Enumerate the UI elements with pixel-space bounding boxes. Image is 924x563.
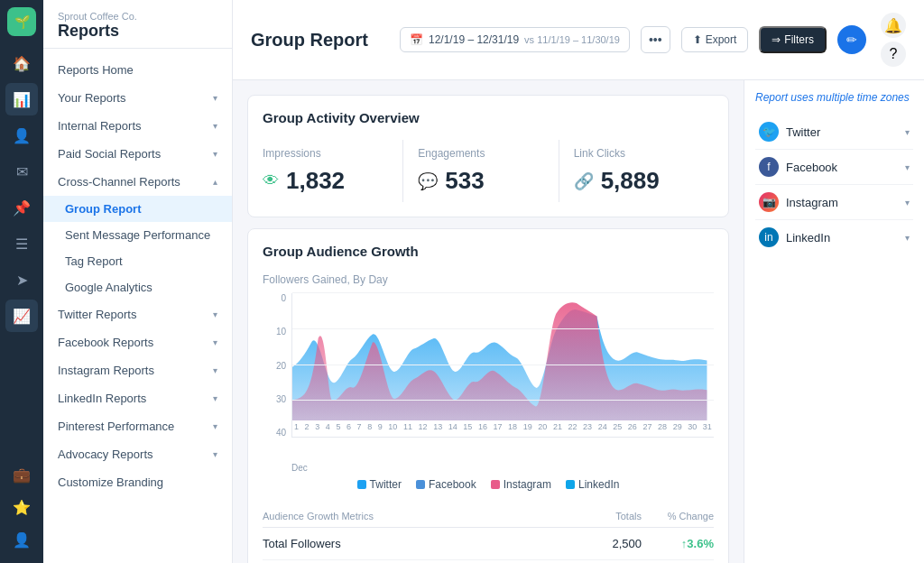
engagements-value: 533: [445, 167, 484, 195]
reports-icon[interactable]: 📊: [5, 83, 38, 115]
suitcase-icon[interactable]: 💼: [5, 458, 38, 491]
y-axis: 40 30 20 10 0: [263, 293, 290, 438]
page-title: Group Report: [251, 30, 389, 51]
sidebar-item-linkedin-reports[interactable]: LinkedIn Reports ▾: [43, 384, 232, 412]
vs-label: vs 11/1/19 – 11/30/19: [524, 34, 620, 45]
sidebar-item-facebook-reports[interactable]: Facebook Reports ▾: [43, 328, 232, 356]
chevron-down-icon: ▾: [905, 162, 910, 172]
sidebar: Sprout Coffee Co. Reports Reports Home Y…: [43, 0, 233, 563]
sidebar-item-your-reports[interactable]: Your Reports ▾: [43, 84, 232, 112]
notifications-button[interactable]: 🔔: [881, 13, 906, 38]
content-area: Group Activity Overview Impressions 👁 1,…: [233, 80, 924, 563]
chevron-icon: ▾: [213, 421, 217, 431]
sidebar-item-pinterest-performance[interactable]: Pinterest Performance ▾: [43, 412, 232, 440]
chart-legend: Twitter Facebook Instagram LinkedIn: [263, 478, 714, 491]
instagram-icon: 📷: [759, 192, 779, 212]
legend-twitter: Twitter: [357, 478, 402, 491]
impressions-value: 1,832: [286, 167, 345, 195]
tasks-icon[interactable]: ☰: [5, 227, 38, 260]
main-content: Group Report 📅 12/1/19 – 12/31/19 vs 11/…: [233, 0, 924, 563]
main-header: Group Report 📅 12/1/19 – 12/31/19 vs 11/…: [233, 0, 924, 80]
channel-twitter[interactable]: 🐦 Twitter ▾: [755, 115, 913, 150]
home-icon[interactable]: 🏠: [5, 47, 38, 79]
link-clicks-value: 5,889: [601, 167, 660, 195]
sidebar-item-internal-reports[interactable]: Internal Reports ▾: [43, 112, 232, 140]
stats-row: Impressions 👁 1,832 Engagements 💬 533: [263, 140, 714, 202]
sidebar-item-instagram-reports[interactable]: Instagram Reports ▾: [43, 356, 232, 384]
publish-icon[interactable]: 📌: [5, 191, 38, 224]
legend-instagram: Instagram: [491, 478, 551, 491]
chevron-icon: ▾: [213, 365, 217, 375]
link-clicks-icon: 🔗: [574, 171, 594, 191]
audience-title: Group Audience Growth: [263, 244, 714, 259]
twitter-icon: 🐦: [759, 122, 779, 142]
send-icon[interactable]: ➤: [5, 263, 38, 296]
sidebar-item-tag-report[interactable]: Tag Report: [43, 248, 232, 274]
date-range-label: 12/1/19 – 12/31/19: [429, 33, 519, 46]
date-range-button[interactable]: 📅 12/1/19 – 12/31/19 vs 11/1/19 – 11/30/…: [400, 27, 630, 52]
sidebar-item-advocacy-reports[interactable]: Advocacy Reports ▾: [43, 440, 232, 468]
sidebar-title: Reports: [58, 22, 217, 41]
sidebar-item-google-analytics[interactable]: Google Analytics: [43, 274, 232, 300]
linkedin-icon: in: [759, 227, 779, 247]
export-icon: ⬆: [693, 33, 702, 46]
chart-container: 40 30 20 10 0: [263, 293, 714, 456]
more-options-button[interactable]: •••: [641, 26, 670, 53]
stat-engagements: Engagements 💬 533: [403, 140, 559, 202]
chevron-down-icon: ▾: [905, 127, 910, 137]
sidebar-header: Sprout Coffee Co. Reports: [43, 0, 232, 49]
export-button[interactable]: ⬆ Export: [681, 27, 749, 52]
user-avatar[interactable]: 👤: [5, 523, 38, 556]
timezone-link[interactable]: multiple: [817, 91, 854, 104]
star-icon[interactable]: ⭐: [5, 491, 38, 523]
chevron-icon: ▾: [213, 121, 217, 131]
user-menu-button[interactable]: ✏: [837, 25, 866, 54]
analytics-icon[interactable]: 📈: [5, 300, 38, 332]
channel-instagram[interactable]: 📷 Instagram ▾: [755, 185, 913, 220]
app-logo: 🌱: [7, 7, 36, 36]
chevron-up-icon: ▴: [213, 177, 217, 187]
metrics-header: Audience Growth Metrics Totals % Change: [263, 505, 714, 528]
help-button[interactable]: ?: [881, 42, 906, 67]
channel-facebook[interactable]: f Facebook ▾: [755, 150, 913, 185]
chart-subtitle: Followers Gained, By Day: [263, 273, 714, 286]
engagements-icon: 💬: [418, 171, 438, 191]
activity-overview-card: Group Activity Overview Impressions 👁 1,…: [247, 95, 729, 217]
calendar-icon: 📅: [410, 33, 423, 46]
link-clicks-label: Link Clicks: [574, 147, 699, 160]
sidebar-item-sent-message[interactable]: Sent Message Performance: [43, 222, 232, 248]
stat-link-clicks: Link Clicks 🔗 5,889: [559, 140, 714, 202]
icon-rail: 🌱 🏠 📊 👤 ✉ 📌 ☰ ➤ 📈 💼 ⭐ 👤: [0, 0, 43, 563]
main-panel: Group Activity Overview Impressions 👁 1,…: [233, 80, 744, 563]
chevron-icon: ▾: [213, 449, 217, 459]
channel-linkedin[interactable]: in LinkedIn ▾: [755, 220, 913, 254]
chart-area: 1 2 3 4 5 6 7 8 9 10 11 12 13: [291, 293, 714, 438]
timezone-note: Report uses multiple time zones: [755, 91, 913, 104]
sidebar-item-customize-branding[interactable]: Customize Branding: [43, 468, 232, 496]
chevron-down-icon: ▾: [905, 233, 910, 243]
sidebar-item-cross-channel-reports[interactable]: Cross-Channel Reports ▴: [43, 168, 232, 196]
engagements-label: Engagements: [418, 147, 543, 160]
chevron-icon: ▾: [213, 93, 217, 103]
sidebar-item-twitter-reports[interactable]: Twitter Reports ▾: [43, 300, 232, 328]
impressions-icon: 👁: [263, 171, 279, 190]
x-month-label: Dec: [291, 463, 714, 473]
facebook-icon: f: [759, 157, 779, 177]
company-name: Sprout Coffee Co.: [58, 11, 217, 22]
filter-icon: ⇒: [772, 33, 781, 46]
legend-linkedin: LinkedIn: [566, 478, 619, 491]
inbox-icon[interactable]: ✉: [5, 155, 38, 188]
chevron-down-icon: ▾: [905, 198, 910, 208]
chevron-icon: ▾: [213, 149, 217, 159]
profile-icon[interactable]: 👤: [5, 119, 38, 152]
sidebar-item-paid-social-reports[interactable]: Paid Social Reports ▾: [43, 140, 232, 168]
sidebar-nav: Reports Home Your Reports ▾ Internal Rep…: [43, 49, 232, 503]
chart-grid: [292, 293, 714, 437]
filters-button[interactable]: ⇒ Filters: [759, 26, 827, 53]
audience-growth-card: Group Audience Growth Followers Gained, …: [247, 228, 729, 563]
sidebar-item-reports-home[interactable]: Reports Home: [43, 56, 232, 84]
table-row: Total Followers 2,500 ↑3.6%: [263, 528, 714, 560]
sidebar-item-group-report[interactable]: Group Report: [43, 196, 232, 222]
stat-impressions: Impressions 👁 1,832: [263, 140, 403, 202]
impressions-label: Impressions: [263, 147, 388, 160]
